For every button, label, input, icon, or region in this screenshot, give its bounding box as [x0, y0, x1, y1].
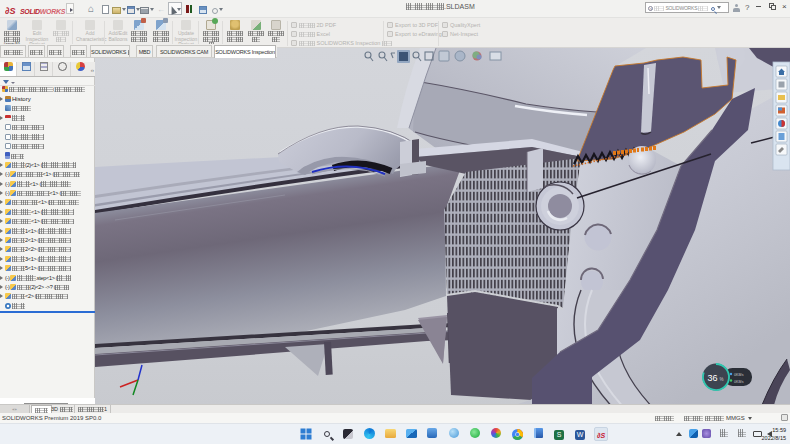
svg-text:36: 36 [708, 373, 718, 383]
svg-text:0KB/s: 0KB/s [734, 380, 744, 384]
svg-text:%: % [720, 377, 724, 382]
svg-text:0KB/s: 0KB/s [734, 373, 744, 377]
